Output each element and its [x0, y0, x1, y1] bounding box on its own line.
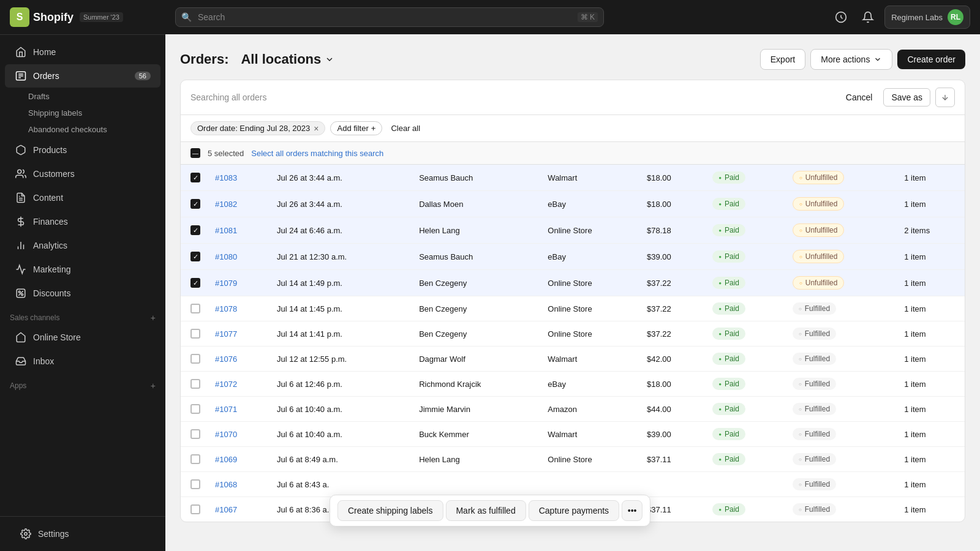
sidebar-item-marketing[interactable]: Marketing [5, 258, 160, 281]
orders-subitems: Drafts Shipping labels Abandoned checkou… [0, 88, 165, 138]
order-amount: $37.22 [639, 296, 705, 321]
order-fulfillment: ○Fulfilled [785, 372, 897, 397]
svg-point-15 [24, 533, 28, 536]
sidebar-item-discounts[interactable]: Discounts [5, 282, 160, 305]
order-id-link[interactable]: #1077 [215, 329, 237, 339]
settings-icon [20, 528, 32, 540]
clear-all-button[interactable]: Clear all [387, 122, 424, 135]
order-channel: Online Store [540, 447, 639, 472]
sidebar-item-inbox[interactable]: Inbox [5, 350, 160, 373]
notifications-icon[interactable] [858, 7, 878, 28]
capture-payments-button[interactable]: Capture payments [529, 500, 619, 521]
location-label: All locations [241, 51, 321, 67]
order-date: Jul 14 at 1:49 p.m. [270, 270, 412, 296]
order-id-link[interactable]: #1068 [215, 480, 237, 489]
page-header-actions: Export More actions Create order [760, 49, 965, 70]
order-id-link[interactable]: #1078 [215, 304, 237, 313]
row-checkbox[interactable] [190, 354, 200, 364]
order-channel: eBay [540, 372, 639, 397]
select-all-checkbox[interactable] [190, 148, 200, 158]
order-fulfillment: ○Fulfilled [785, 497, 897, 522]
order-id-link[interactable]: #1067 [215, 505, 237, 514]
sidebar-item-products[interactable]: Products [5, 138, 160, 162]
order-id-link[interactable]: #1069 [215, 455, 237, 464]
order-id-link[interactable]: #1079 [215, 279, 237, 288]
page-header: Orders: All locations Export More action… [180, 49, 965, 70]
cancel-filter-button[interactable]: Cancel [840, 89, 879, 106]
row-checkbox[interactable] [190, 278, 200, 288]
order-id-link[interactable]: #1070 [215, 430, 237, 439]
order-date: Jul 24 at 6:46 a.m. [270, 217, 412, 244]
sidebar-item-home[interactable]: Home [5, 40, 160, 64]
account-button[interactable]: Regimen Labs RL [884, 6, 970, 29]
row-checkbox[interactable] [190, 199, 200, 209]
order-id-link[interactable]: #1081 [215, 226, 237, 235]
order-fulfillment: ○Unfulfilled [785, 270, 897, 296]
sidebar-item-content[interactable]: Content [5, 186, 160, 209]
sidebar-item-online-store[interactable]: Online Store [5, 326, 160, 349]
row-checkbox[interactable] [190, 379, 200, 389]
order-amount: $42.00 [639, 347, 705, 372]
row-checkbox[interactable] [190, 429, 200, 439]
order-id-link[interactable]: #1076 [215, 354, 237, 364]
row-checkbox[interactable] [190, 252, 200, 261]
sales-channels-header[interactable]: Sales channels + [0, 305, 165, 325]
add-filter-button[interactable]: Add filter + [330, 121, 382, 135]
table-row: #1078 Jul 14 at 1:45 p.m. Ben Czegeny On… [181, 296, 965, 321]
create-shipping-labels-button[interactable]: Create shipping labels [337, 500, 443, 521]
analytics-icon [15, 239, 27, 252]
order-id-link[interactable]: #1082 [215, 200, 237, 209]
row-checkbox[interactable] [190, 504, 200, 514]
apps-header[interactable]: Apps + [0, 373, 165, 393]
row-checkbox[interactable] [190, 454, 200, 464]
sidebar-subitem-abandoned-checkouts[interactable]: Abandoned checkouts [28, 121, 165, 138]
row-checkbox[interactable] [190, 173, 200, 182]
activity-icon[interactable] [831, 7, 851, 28]
order-customer [412, 472, 540, 497]
order-id-link[interactable]: #1080 [215, 252, 237, 261]
order-items: 1 item [897, 165, 965, 191]
order-id-link[interactable]: #1083 [215, 173, 237, 182]
order-payment: ●Paid [705, 447, 785, 472]
sidebar-item-orders[interactable]: Orders 56 [5, 64, 160, 88]
mark-as-fulfilled-button[interactable]: Mark as fulfilled [445, 500, 526, 521]
row-checkbox[interactable] [190, 404, 200, 414]
more-actions-button[interactable]: More actions [810, 49, 892, 70]
sidebar-header: S Shopify Summer '23 [0, 0, 165, 35]
sort-button[interactable] [935, 88, 955, 107]
order-id-link[interactable]: #1072 [215, 380, 237, 389]
sidebar-item-analytics[interactable]: Analytics [5, 234, 160, 257]
account-name: Regimen Labs [891, 13, 943, 22]
search-input[interactable] [175, 7, 604, 27]
location-selector[interactable]: All locations [236, 49, 339, 70]
order-payment [705, 472, 785, 497]
discounts-icon [15, 287, 27, 299]
save-as-button[interactable]: Save as [883, 88, 930, 107]
order-items: 1 item [897, 347, 965, 372]
export-button[interactable]: Export [760, 49, 805, 70]
order-date: Jul 21 at 12:30 a.m. [270, 244, 412, 270]
create-order-button[interactable]: Create order [897, 50, 965, 69]
row-checkbox[interactable] [190, 479, 200, 489]
app-name: Shopify [33, 11, 74, 24]
sidebar-subitem-shipping-labels[interactable]: Shipping labels [28, 105, 165, 121]
row-checkbox[interactable] [190, 304, 200, 313]
table-row: #1068 Jul 6 at 8:43 a. ○Fulfilled 1 item [181, 472, 965, 497]
shopify-bag-icon: S [10, 7, 29, 27]
account-avatar: RL [948, 9, 963, 25]
floating-more-button[interactable]: ••• [622, 500, 643, 521]
orders-badge: 56 [135, 72, 151, 80]
order-date: Jul 26 at 3:44 a.m. [270, 165, 412, 191]
row-checkbox[interactable] [190, 329, 200, 339]
order-id-link[interactable]: #1071 [215, 405, 237, 414]
sidebar-item-settings[interactable]: Settings [10, 522, 156, 545]
sidebar-item-finances[interactable]: Finances [5, 210, 160, 233]
row-checkbox[interactable] [190, 225, 200, 235]
order-date: Jul 12 at 12:55 p.m. [270, 347, 412, 372]
sidebar-subitem-drafts[interactable]: Drafts [28, 88, 165, 105]
filter-remove-button[interactable]: × [314, 124, 318, 133]
select-all-link[interactable]: Select all orders matching this search [251, 149, 383, 158]
sidebar-item-customers[interactable]: Customers [5, 162, 160, 186]
order-fulfillment: ○Fulfilled [785, 447, 897, 472]
order-customer: Ben Czegeny [412, 321, 540, 347]
